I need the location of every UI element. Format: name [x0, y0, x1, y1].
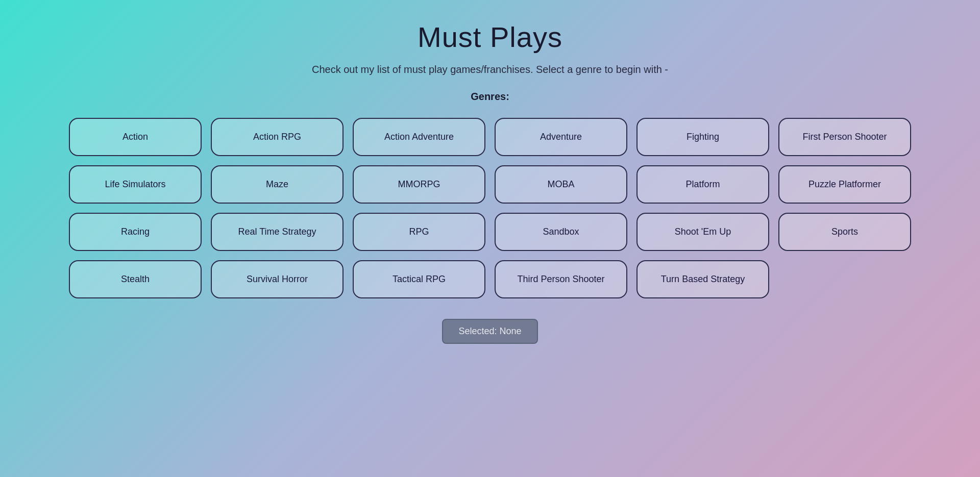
genre-btn-fighting[interactable]: Fighting	[636, 118, 769, 156]
genre-btn-adventure[interactable]: Adventure	[495, 118, 627, 156]
genre-btn-first-person-shooter[interactable]: First Person Shooter	[778, 118, 911, 156]
genre-btn-shoot-em-up[interactable]: Shoot 'Em Up	[636, 213, 769, 251]
page-title: Must Plays	[418, 20, 562, 54]
genre-btn-platform[interactable]: Platform	[636, 165, 769, 204]
genre-btn-action-adventure[interactable]: Action Adventure	[353, 118, 485, 156]
genres-grid: ActionAction RPGAction AdventureAdventur…	[69, 118, 911, 298]
genre-btn-action[interactable]: Action	[69, 118, 202, 156]
genre-btn-moba[interactable]: MOBA	[495, 165, 627, 204]
genre-btn-puzzle-platformer[interactable]: Puzzle Platformer	[778, 165, 911, 204]
genre-btn-turn-based-strategy[interactable]: Turn Based Strategy	[636, 260, 769, 298]
genre-btn-sports[interactable]: Sports	[778, 213, 911, 251]
genres-label: Genres:	[471, 91, 509, 103]
genre-btn-real-time-strategy[interactable]: Real Time Strategy	[211, 213, 344, 251]
genre-btn-maze[interactable]: Maze	[211, 165, 344, 204]
genre-btn-rpg[interactable]: RPG	[353, 213, 485, 251]
genre-btn-tactical-rpg[interactable]: Tactical RPG	[353, 260, 485, 298]
genre-btn-racing[interactable]: Racing	[69, 213, 202, 251]
genre-btn-life-simulators[interactable]: Life Simulators	[69, 165, 202, 204]
genre-btn-third-person-shooter[interactable]: Third Person Shooter	[495, 260, 627, 298]
genre-btn-stealth[interactable]: Stealth	[69, 260, 202, 298]
genre-btn-action-rpg[interactable]: Action RPG	[211, 118, 344, 156]
selected-status: Selected: None	[442, 319, 537, 344]
genre-btn-survival-horror[interactable]: Survival Horror	[211, 260, 344, 298]
genre-btn-mmorpg[interactable]: MMORPG	[353, 165, 485, 204]
genre-btn-sandbox[interactable]: Sandbox	[495, 213, 627, 251]
page-subtitle: Check out my list of must play games/fra…	[312, 64, 668, 76]
